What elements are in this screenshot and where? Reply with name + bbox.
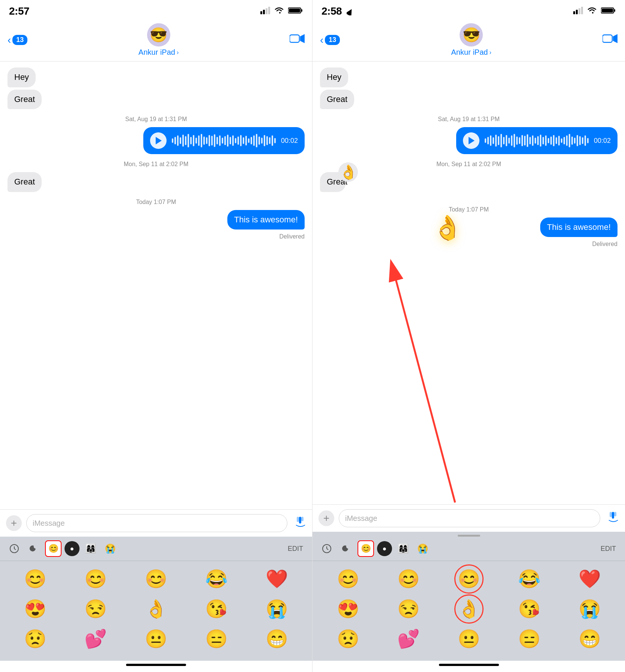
input-bar-right: + iMessage xyxy=(312,504,625,532)
emoji-tabs-right: 😊 ● 👩‍👩‍👧 😭 EDIT xyxy=(312,537,625,561)
svg-marker-8 xyxy=(300,34,305,43)
back-button-left[interactable]: ‹ 13 xyxy=(8,34,27,46)
edit-button-right[interactable]: EDIT xyxy=(598,543,619,554)
emoji-tab-moon-right[interactable] xyxy=(338,540,355,557)
emoji-heart-right[interactable]: ❤️ xyxy=(560,565,619,593)
emoji-unamused-left[interactable]: 😒 xyxy=(66,595,125,623)
emoji-anguished-right[interactable]: 😟 xyxy=(319,625,377,653)
video-button-left[interactable] xyxy=(290,33,305,46)
bubble-great1-right: Great xyxy=(320,90,354,110)
emoji-tab-crying-left[interactable]: 😭 xyxy=(102,540,119,557)
emoji-kiss-right[interactable]: 😘 xyxy=(500,595,559,623)
emoji-unamused-right[interactable]: 😒 xyxy=(379,595,438,623)
emoji-neutral-right[interactable]: 😐 xyxy=(439,625,498,653)
messages-area-left: Hey Great Sat, Aug 19 at 1:31 PM 00:02 M… xyxy=(0,62,312,509)
right-panel: 2:58 ‹ 13 😎 Ankur iPad › xyxy=(312,0,625,672)
emoji-grinning-left[interactable]: 😊 xyxy=(6,565,65,593)
bubble-hey-right: Hey xyxy=(320,68,348,87)
bubble-awesome-left: This is awesome! xyxy=(227,210,305,230)
emoji-tab-colorful-right[interactable]: ● xyxy=(377,541,392,556)
emoji-keyboard-left: 😊 ● 👩‍👩‍👧 😭 EDIT 😊 😊 😊 😂 ❤️ 😍 😒 👌 😘 😭 😟 … xyxy=(0,537,312,661)
status-icons-left xyxy=(260,7,303,16)
add-button-right[interactable]: + xyxy=(319,510,334,526)
svg-rect-19 xyxy=(581,7,583,14)
play-button-left[interactable] xyxy=(150,132,167,149)
emoji-slightly-right[interactable]: 😊 xyxy=(439,565,498,593)
svg-rect-21 xyxy=(614,9,615,12)
contact-name-left: Ankur iPad › xyxy=(138,48,179,57)
svg-rect-25 xyxy=(610,512,612,517)
emoji-tab-clock-left[interactable] xyxy=(6,540,23,557)
emoji-grinning-right[interactable]: 😊 xyxy=(319,565,377,593)
emoji-tab-clock-right[interactable] xyxy=(319,540,335,557)
emoji-tab-people-left[interactable]: 👩‍👩‍👧 xyxy=(83,540,99,557)
svg-rect-6 xyxy=(289,9,300,12)
svg-rect-9 xyxy=(297,517,299,522)
back-chevron-right: ‹ xyxy=(320,34,323,46)
wifi-icon-right xyxy=(587,7,597,16)
waveform-right xyxy=(485,134,589,147)
ok-reaction-right: 👌 xyxy=(338,162,358,182)
emoji-ok-left[interactable]: 👌 xyxy=(127,595,186,623)
status-icons-right xyxy=(573,7,616,16)
emoji-expressionless-right[interactable]: 😑 xyxy=(500,625,559,653)
imessage-input-left[interactable]: iMessage xyxy=(26,514,287,532)
emoji-hearts-left[interactable]: 💕 xyxy=(66,625,125,653)
emoji-tab-colorful-left[interactable]: ● xyxy=(65,541,80,556)
messages-area-right: Hey Great Sat, Aug 19 at 1:31 PM 00:02 M… xyxy=(312,62,625,504)
emoji-hearteyes-left[interactable]: 😍 xyxy=(6,595,65,623)
contact-center-left[interactable]: 😎 Ankur iPad › xyxy=(138,23,179,57)
video-button-right[interactable] xyxy=(602,33,617,46)
audio-bubble-left[interactable]: 00:02 xyxy=(143,127,305,154)
imessage-input-right[interactable]: iMessage xyxy=(339,509,600,527)
back-badge-left: 13 xyxy=(12,35,27,45)
svg-rect-3 xyxy=(268,7,270,14)
emoji-neutral-left[interactable]: 😐 xyxy=(127,625,186,653)
svg-rect-16 xyxy=(573,11,575,14)
emoji-smile-left[interactable]: 😊 xyxy=(66,565,125,593)
emoji-expressionless-left[interactable]: 😑 xyxy=(187,625,246,653)
input-placeholder-left: iMessage xyxy=(33,519,65,528)
audio-bubble-right[interactable]: 00:02 xyxy=(456,127,617,154)
play-button-right[interactable] xyxy=(463,132,479,149)
svg-rect-11 xyxy=(301,517,303,521)
edit-button-left[interactable]: EDIT xyxy=(285,543,306,554)
timestamp3-right: Today 1:07 PM xyxy=(320,206,617,213)
emoji-slightly-left[interactable]: 😊 xyxy=(127,565,186,593)
back-badge-right: 13 xyxy=(325,35,340,45)
emoji-grin-right[interactable]: 😁 xyxy=(560,625,619,653)
bubble-great2-left: Great xyxy=(8,172,42,192)
bubble-awesome-right: This is awesome! xyxy=(540,218,617,237)
emoji-kiss-left[interactable]: 😘 xyxy=(187,595,246,623)
battery-icon-right xyxy=(601,7,616,16)
emoji-sob-right[interactable]: 😭 xyxy=(560,595,619,623)
play-triangle-left xyxy=(156,137,162,144)
emoji-smile-right[interactable]: 😊 xyxy=(379,565,438,593)
emoji-sob-left[interactable]: 😭 xyxy=(247,595,306,623)
emoji-joy-right[interactable]: 😂 xyxy=(500,565,559,593)
emoji-ok-right[interactable]: 👌 xyxy=(439,595,498,623)
emoji-joy-left[interactable]: 😂 xyxy=(187,565,246,593)
status-bar-right: 2:58 xyxy=(312,0,625,20)
emoji-tab-people-right[interactable]: 👩‍👩‍👧 xyxy=(395,540,412,557)
emoji-hearteyes-right[interactable]: 😍 xyxy=(319,595,377,623)
mic-icon-left[interactable] xyxy=(295,517,306,530)
delivered-right: Delivered xyxy=(320,241,617,248)
emoji-tab-smiley-right[interactable]: 😊 xyxy=(358,540,374,557)
back-button-right[interactable]: ‹ 13 xyxy=(320,34,340,46)
emoji-grin-left[interactable]: 😁 xyxy=(247,625,306,653)
emoji-hearts-right[interactable]: 💕 xyxy=(379,625,438,653)
emoji-tab-smiley-left[interactable]: 😊 xyxy=(45,540,62,557)
emoji-tab-crying-right[interactable]: 😭 xyxy=(415,540,431,557)
mic-icon-right[interactable] xyxy=(608,512,619,525)
emoji-anguished-left[interactable]: 😟 xyxy=(6,625,65,653)
svg-rect-22 xyxy=(602,9,613,12)
contact-center-right[interactable]: 😎 Ankur iPad › xyxy=(451,23,491,57)
emoji-grid-left: 😊 😊 😊 😂 ❤️ 😍 😒 👌 😘 😭 😟 💕 😐 😑 😁 xyxy=(0,561,312,661)
pull-handle-right xyxy=(312,532,625,537)
add-button-left[interactable]: + xyxy=(6,515,22,531)
emoji-tab-moon-left[interactable] xyxy=(26,540,42,557)
emoji-heart-left[interactable]: ❤️ xyxy=(247,565,306,593)
svg-rect-27 xyxy=(614,512,616,516)
svg-rect-18 xyxy=(578,8,580,14)
